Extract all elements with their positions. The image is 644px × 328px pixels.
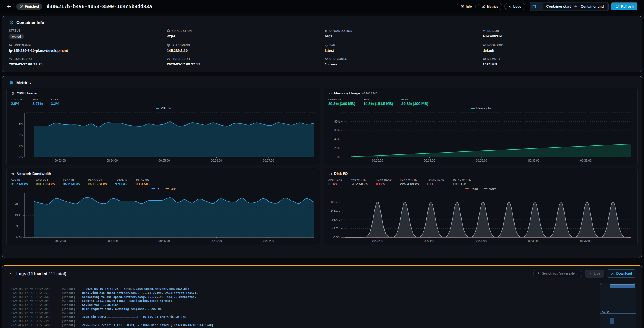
info-field-organization: ORGANIZATIONorg1: [325, 29, 477, 39]
legend-swatch: [165, 188, 169, 189]
arrow-right-icon: [574, 5, 577, 8]
legend-item-in[interactable]: In: [151, 187, 159, 190]
network-stat-peak-out: PEAK OUT 357.6 KB/s: [88, 178, 107, 186]
legend-swatch: [484, 188, 488, 189]
info-field-memory: MEMORY1024 MB: [483, 57, 635, 66]
svg-text:0%: 0%: [336, 155, 340, 159]
calendar-button[interactable]: [531, 4, 541, 8]
log-row: 2026-03-17 00:37:53.492[stdout]: [11, 319, 642, 323]
network-stat-total-in: TOTAL IN 9.9 GB: [115, 178, 127, 186]
info-icon: [461, 5, 464, 8]
circle-x-icon: [20, 5, 23, 8]
legend-item-memory-pct[interactable]: Memory %: [471, 107, 491, 110]
svg-text:19.1...: 19.1...: [15, 214, 23, 217]
memory-legend: Memory %: [328, 107, 633, 110]
stat-label: CURRENT: [11, 98, 24, 101]
log-row: 2026-03-17 00:32:26.042[stdout]: [11, 311, 642, 315]
logs-panel: Logs (11 loaded / 11 total) Live Downloa…: [2, 265, 642, 328]
status-value-badge: exited: [9, 34, 24, 39]
legend-item-out[interactable]: Out: [165, 187, 176, 190]
svg-text:95.4...: 95.4...: [332, 218, 340, 221]
stat-label: AVG OUT: [36, 178, 55, 181]
memory-subtitle: of 1024 MB: [362, 92, 377, 95]
container-info-grid: STATUSexitedAPPLICATIONwgetORGANIZATIONo…: [2, 27, 642, 72]
live-button-label: Live: [594, 272, 600, 275]
svg-text:00:33:00: 00:33:00: [372, 239, 383, 243]
network-chart: 0 B/s9.5...19.1...28.6...00:33:0000:34:0…: [11, 191, 316, 243]
disk-chart: 0 B/s47.7...95.4...143.1...190.7...00:33…: [328, 191, 633, 243]
metrics-button[interactable]: Metrics: [478, 3, 502, 10]
log-stream: [stdout]: [61, 299, 78, 302]
legend-item-cpu-pct[interactable]: CPU %: [156, 107, 171, 110]
svg-text:00:36:00: 00:36:00: [211, 159, 222, 162]
log-stream: [stdout]: [61, 315, 78, 318]
legend-item-read[interactable]: Read: [465, 187, 478, 190]
log-timestamp: 2026-03-17 00:37:53.492: [11, 319, 54, 323]
log-search-input[interactable]: [533, 270, 582, 277]
legend-swatch: [465, 188, 469, 189]
log-stream: [stdout]: [61, 287, 78, 290]
stat-label: PEAK OUT: [88, 178, 107, 181]
info-field-label: HOSTNAME: [9, 44, 161, 47]
info-field-ip-address: IP ADDRESS145.239.3.10: [167, 44, 319, 53]
back-arrow-icon[interactable]: [6, 4, 12, 10]
info-field-status: STATUSexited: [9, 29, 161, 39]
log-row: 2026-03-17 00:32:25.552[stdout]--2026-03…: [11, 287, 642, 291]
legend-item-write[interactable]: Write: [484, 187, 496, 190]
clock-icon: [167, 57, 170, 61]
info-field-label: ORGANIZATION: [325, 29, 477, 32]
svg-text:00:33:00: 00:33:00: [55, 159, 66, 162]
metrics-button-label: Metrics: [487, 5, 498, 8]
stat-label: PEAK READ: [376, 178, 392, 181]
logs-button[interactable]: Logs: [504, 3, 525, 10]
network-section: Network Bandwidth AVG IN 31.7 MB/s AVG O…: [6, 168, 320, 245]
info-field-label: NODE POOL: [483, 44, 635, 47]
stat-value: 2.97%: [32, 102, 43, 106]
log-message: --2026-03-16 22:32:25-- https://ash-spee…: [82, 287, 189, 290]
stat-label: TOTAL IN: [115, 178, 127, 181]
memory-icon: [483, 57, 486, 61]
server-icon: [9, 44, 12, 47]
stat-label: PEAK IN: [63, 178, 80, 181]
legend-label: Out: [171, 187, 176, 190]
disk-stat-avg-write: AVG WRITE 61.2 MB/s: [351, 178, 368, 186]
svg-text:47.7...: 47.7...: [332, 227, 340, 230]
cpu-stat-peak: PEAK 3.2%: [51, 98, 59, 106]
legend-swatch: [471, 108, 475, 109]
disk-stat-avg-read: AVG READ 0 B/s: [328, 178, 342, 186]
refresh-button[interactable]: Refresh: [611, 2, 638, 11]
log-list: 2026-03-17 00:32:25.552[stdout]--2026-03…: [2, 280, 642, 328]
stat-value: 14.8% (151.5 MB): [363, 102, 393, 106]
log-row: 2026-03-17 00:32:26.042[stdout]Length: 1…: [11, 299, 642, 303]
stat-value: 61.2 MB/s: [351, 182, 368, 186]
svg-text:3%: 3%: [19, 122, 23, 125]
svg-text:0%: 0%: [19, 155, 23, 159]
svg-text:00:36:00: 00:36:00: [211, 239, 222, 243]
disk-chart-svg: 0 B/s47.7...95.4...143.1...190.7...00:33…: [328, 191, 633, 243]
info-button[interactable]: Info: [457, 3, 476, 10]
download-icon: [611, 272, 615, 275]
log-timestamp: 2026-03-17 00:32:26.042: [11, 303, 54, 306]
memory-stat-peak: PEAK 29.3% (300 MB): [401, 98, 428, 106]
cpu-legend: CPU %: [11, 107, 316, 110]
stat-value: 0 B/s: [328, 182, 342, 186]
range-display[interactable]: Container start Container end: [543, 3, 608, 10]
info-field-application: APPLICATIONwget: [167, 29, 319, 39]
disk-stat-peak-read: PEAK READ 0 B/s: [376, 178, 392, 186]
calendar-icon: [532, 4, 536, 8]
time-range-picker[interactable]: Container start Container end: [530, 2, 609, 11]
info-field-hostname: HOSTNAMEip-145-239-3-10-planz-developmen…: [9, 44, 161, 53]
log-minimap[interactable]: 00:33: [600, 283, 636, 328]
cpu-stat-current: CURRENT 2.9%: [11, 98, 24, 106]
stat-value: 9.9 GB: [115, 182, 127, 186]
network-title: Network Bandwidth: [17, 172, 51, 176]
log-row: 2026-03-17 00:32:25.668[stdout]Connectin…: [11, 295, 642, 299]
info-field-started-at: STARTED AT2026-03-17 00:32:25: [9, 57, 161, 66]
log-row: 2026-03-17 00:37:53.492[stdout]2026-03-1…: [11, 323, 642, 327]
stat-label: PEAK: [51, 98, 59, 101]
live-button[interactable]: Live: [585, 270, 604, 278]
download-button[interactable]: Download: [607, 269, 636, 278]
memory-chart: 0%20%40%60%80%00:33:0000:34:0000:35:0000…: [328, 111, 633, 163]
server-icon: [483, 44, 486, 47]
svg-text:00:33:00: 00:33:00: [55, 239, 66, 243]
